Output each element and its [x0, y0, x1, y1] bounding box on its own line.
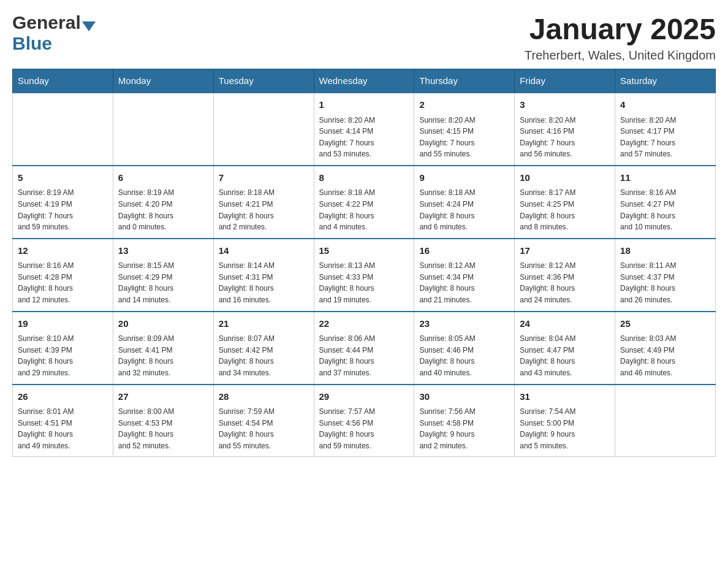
day-number: 2	[419, 98, 509, 112]
calendar-table: SundayMondayTuesdayWednesdayThursdayFrid…	[12, 69, 716, 457]
calendar-day-cell: 17Sunrise: 8:12 AM Sunset: 4:36 PM Dayli…	[515, 239, 615, 312]
day-info: Sunrise: 8:09 AM Sunset: 4:41 PM Dayligh…	[118, 333, 208, 378]
day-number: 24	[520, 317, 610, 331]
day-number: 16	[419, 244, 509, 258]
page-header: General Blue January 2025 Treherbert, Wa…	[12, 12, 716, 63]
calendar-day-cell: 26Sunrise: 8:01 AM Sunset: 4:51 PM Dayli…	[13, 385, 113, 457]
calendar-day-cell: 14Sunrise: 8:14 AM Sunset: 4:31 PM Dayli…	[213, 239, 314, 312]
day-info: Sunrise: 8:06 AM Sunset: 4:44 PM Dayligh…	[319, 333, 409, 378]
day-number: 7	[219, 171, 309, 185]
calendar-day-cell: 21Sunrise: 8:07 AM Sunset: 4:42 PM Dayli…	[213, 312, 314, 385]
day-number: 23	[419, 317, 509, 331]
calendar-day-cell: 4Sunrise: 8:20 AM Sunset: 4:17 PM Daylig…	[615, 93, 716, 166]
day-number: 13	[118, 244, 208, 258]
calendar-day-cell	[213, 93, 314, 166]
location-text: Treherbert, Wales, United Kingdom	[525, 48, 716, 63]
day-info: Sunrise: 8:18 AM Sunset: 4:22 PM Dayligh…	[319, 187, 409, 232]
day-number: 11	[620, 171, 710, 185]
calendar-day-cell: 24Sunrise: 8:04 AM Sunset: 4:47 PM Dayli…	[515, 312, 615, 385]
day-of-week-header: Wednesday	[314, 69, 414, 93]
calendar-day-cell: 2Sunrise: 8:20 AM Sunset: 4:15 PM Daylig…	[414, 93, 515, 166]
calendar-day-cell: 30Sunrise: 7:56 AM Sunset: 4:58 PM Dayli…	[414, 385, 515, 457]
calendar-day-cell: 31Sunrise: 7:54 AM Sunset: 5:00 PM Dayli…	[515, 385, 615, 457]
day-number: 20	[118, 317, 208, 331]
day-of-week-header: Saturday	[615, 69, 716, 93]
day-info: Sunrise: 7:59 AM Sunset: 4:54 PM Dayligh…	[219, 406, 309, 451]
day-number: 31	[520, 390, 610, 404]
day-of-week-header: Monday	[113, 69, 213, 93]
day-number: 25	[620, 317, 710, 331]
calendar-day-cell: 6Sunrise: 8:19 AM Sunset: 4:20 PM Daylig…	[113, 166, 213, 239]
day-number: 5	[18, 171, 108, 185]
day-number: 9	[419, 171, 509, 185]
day-number: 6	[118, 171, 208, 185]
calendar-day-cell: 27Sunrise: 8:00 AM Sunset: 4:53 PM Dayli…	[113, 385, 213, 457]
day-info: Sunrise: 8:17 AM Sunset: 4:25 PM Dayligh…	[520, 187, 610, 232]
day-info: Sunrise: 7:57 AM Sunset: 4:56 PM Dayligh…	[319, 406, 409, 451]
day-of-week-header: Tuesday	[213, 69, 314, 93]
logo-general-text: General	[12, 12, 81, 33]
calendar-day-cell	[13, 93, 113, 166]
day-number: 14	[219, 244, 309, 258]
calendar-week-row: 5Sunrise: 8:19 AM Sunset: 4:19 PM Daylig…	[13, 166, 716, 239]
calendar-day-cell: 20Sunrise: 8:09 AM Sunset: 4:41 PM Dayli…	[113, 312, 213, 385]
calendar-day-cell: 18Sunrise: 8:11 AM Sunset: 4:37 PM Dayli…	[615, 239, 716, 312]
calendar-day-cell: 9Sunrise: 8:18 AM Sunset: 4:24 PM Daylig…	[414, 166, 515, 239]
calendar-week-row: 26Sunrise: 8:01 AM Sunset: 4:51 PM Dayli…	[13, 385, 716, 457]
day-number: 27	[118, 390, 208, 404]
day-of-week-header: Thursday	[414, 69, 515, 93]
day-of-week-header: Sunday	[13, 69, 113, 93]
day-number: 21	[219, 317, 309, 331]
day-info: Sunrise: 8:07 AM Sunset: 4:42 PM Dayligh…	[219, 333, 309, 378]
day-info: Sunrise: 8:16 AM Sunset: 4:28 PM Dayligh…	[18, 260, 108, 305]
calendar-week-row: 1Sunrise: 8:20 AM Sunset: 4:14 PM Daylig…	[13, 93, 716, 166]
calendar-day-cell: 1Sunrise: 8:20 AM Sunset: 4:14 PM Daylig…	[314, 93, 414, 166]
calendar-week-row: 19Sunrise: 8:10 AM Sunset: 4:39 PM Dayli…	[13, 312, 716, 385]
day-info: Sunrise: 8:20 AM Sunset: 4:15 PM Dayligh…	[419, 115, 509, 160]
calendar-week-row: 12Sunrise: 8:16 AM Sunset: 4:28 PM Dayli…	[13, 239, 716, 312]
day-number: 3	[520, 98, 610, 112]
day-number: 22	[319, 317, 409, 331]
day-info: Sunrise: 8:13 AM Sunset: 4:33 PM Dayligh…	[319, 260, 409, 305]
day-info: Sunrise: 8:12 AM Sunset: 4:34 PM Dayligh…	[419, 260, 509, 305]
logo-blue-text: Blue	[12, 33, 52, 53]
day-number: 8	[319, 171, 409, 185]
day-number: 28	[219, 390, 309, 404]
calendar-header-row: SundayMondayTuesdayWednesdayThursdayFrid…	[13, 69, 716, 93]
calendar-day-cell: 16Sunrise: 8:12 AM Sunset: 4:34 PM Dayli…	[414, 239, 515, 312]
logo-triangle-icon	[82, 21, 96, 31]
day-info: Sunrise: 8:20 AM Sunset: 4:17 PM Dayligh…	[620, 115, 710, 160]
day-info: Sunrise: 8:11 AM Sunset: 4:37 PM Dayligh…	[620, 260, 710, 305]
day-number: 4	[620, 98, 710, 112]
calendar-day-cell: 15Sunrise: 8:13 AM Sunset: 4:33 PM Dayli…	[314, 239, 414, 312]
calendar-day-cell: 13Sunrise: 8:15 AM Sunset: 4:29 PM Dayli…	[113, 239, 213, 312]
day-info: Sunrise: 8:20 AM Sunset: 4:16 PM Dayligh…	[520, 115, 610, 160]
day-info: Sunrise: 8:15 AM Sunset: 4:29 PM Dayligh…	[118, 260, 208, 305]
day-info: Sunrise: 8:18 AM Sunset: 4:21 PM Dayligh…	[219, 187, 309, 232]
day-number: 10	[520, 171, 610, 185]
day-info: Sunrise: 8:01 AM Sunset: 4:51 PM Dayligh…	[18, 406, 108, 451]
calendar-day-cell: 25Sunrise: 8:03 AM Sunset: 4:49 PM Dayli…	[615, 312, 716, 385]
day-info: Sunrise: 8:05 AM Sunset: 4:46 PM Dayligh…	[419, 333, 509, 378]
calendar-day-cell	[113, 93, 213, 166]
day-info: Sunrise: 8:00 AM Sunset: 4:53 PM Dayligh…	[118, 406, 208, 451]
day-info: Sunrise: 7:54 AM Sunset: 5:00 PM Dayligh…	[520, 406, 610, 451]
calendar-day-cell: 5Sunrise: 8:19 AM Sunset: 4:19 PM Daylig…	[13, 166, 113, 239]
calendar-day-cell: 10Sunrise: 8:17 AM Sunset: 4:25 PM Dayli…	[515, 166, 615, 239]
calendar-day-cell: 22Sunrise: 8:06 AM Sunset: 4:44 PM Dayli…	[314, 312, 414, 385]
day-info: Sunrise: 8:04 AM Sunset: 4:47 PM Dayligh…	[520, 333, 610, 378]
day-info: Sunrise: 8:14 AM Sunset: 4:31 PM Dayligh…	[219, 260, 309, 305]
calendar-day-cell: 28Sunrise: 7:59 AM Sunset: 4:54 PM Dayli…	[213, 385, 314, 457]
calendar-day-cell: 29Sunrise: 7:57 AM Sunset: 4:56 PM Dayli…	[314, 385, 414, 457]
calendar-day-cell: 3Sunrise: 8:20 AM Sunset: 4:16 PM Daylig…	[515, 93, 615, 166]
calendar-day-cell: 19Sunrise: 8:10 AM Sunset: 4:39 PM Dayli…	[13, 312, 113, 385]
calendar-day-cell: 8Sunrise: 8:18 AM Sunset: 4:22 PM Daylig…	[314, 166, 414, 239]
calendar-day-cell: 12Sunrise: 8:16 AM Sunset: 4:28 PM Dayli…	[13, 239, 113, 312]
calendar-day-cell: 11Sunrise: 8:16 AM Sunset: 4:27 PM Dayli…	[615, 166, 716, 239]
calendar-day-cell: 7Sunrise: 8:18 AM Sunset: 4:21 PM Daylig…	[213, 166, 314, 239]
day-info: Sunrise: 8:16 AM Sunset: 4:27 PM Dayligh…	[620, 187, 710, 232]
day-number: 29	[319, 390, 409, 404]
day-number: 15	[319, 244, 409, 258]
day-number: 19	[18, 317, 108, 331]
day-info: Sunrise: 8:12 AM Sunset: 4:36 PM Dayligh…	[520, 260, 610, 305]
